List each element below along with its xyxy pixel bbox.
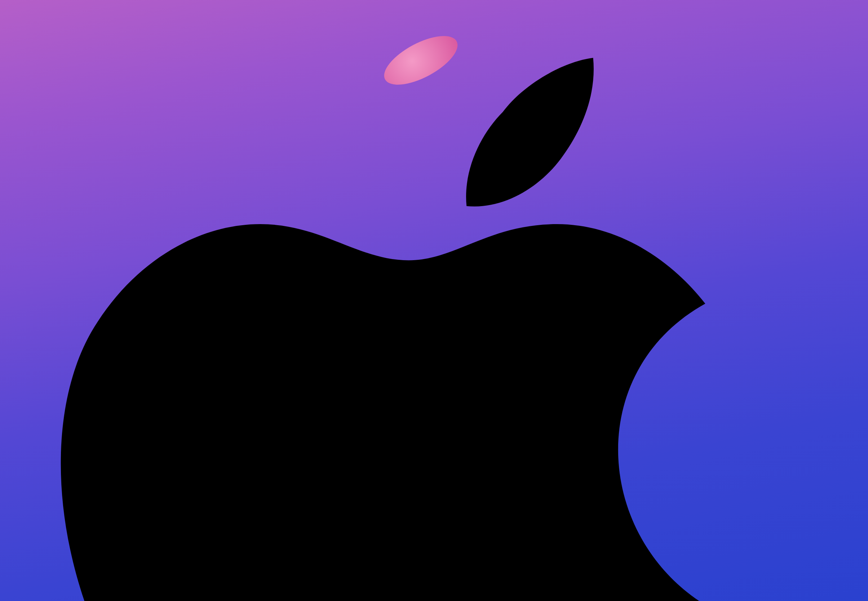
menubar: FinderFileEditViewGoWindowHelp — [0, 0, 868, 601]
desktop: FinderFileEditViewGoWindowHelp — [0, 0, 868, 601]
